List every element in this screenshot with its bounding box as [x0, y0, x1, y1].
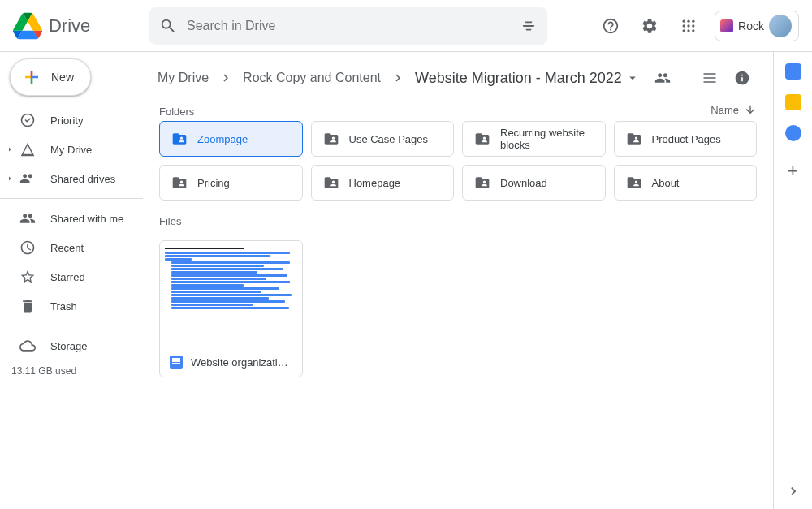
- folder-shared-icon: [171, 175, 188, 191]
- collapse-rail-button[interactable]: [785, 483, 801, 499]
- sidebar-item-recent[interactable]: Recent: [0, 233, 143, 262]
- search-bar[interactable]: [149, 7, 547, 45]
- breadcrumb-item[interactable]: My Drive: [153, 67, 214, 88]
- cloud-icon: [19, 338, 36, 354]
- folder-name: Download: [500, 177, 547, 189]
- folder-shared-icon: [323, 175, 339, 191]
- sidebar-item-sharedwithme[interactable]: Shared with me: [0, 204, 143, 233]
- sidebar-item-starred[interactable]: Starred: [0, 262, 143, 291]
- brand-label: Drive: [49, 15, 90, 37]
- folder-shared-icon: [626, 131, 642, 147]
- folder-card[interactable]: Download: [462, 165, 606, 201]
- folder-name: Pricing: [197, 177, 230, 189]
- arrow-down-icon: [744, 103, 757, 116]
- plus-icon: [22, 67, 41, 87]
- folder-card[interactable]: About: [614, 165, 758, 201]
- svg-point-7: [687, 29, 689, 32]
- folder-card[interactable]: Recurring website blocks: [462, 121, 606, 157]
- folder-name: Recurring website blocks: [500, 127, 594, 151]
- new-button[interactable]: New: [10, 58, 91, 96]
- sidebar-item-priority[interactable]: Priority: [0, 106, 143, 135]
- help-button[interactable]: [594, 10, 627, 42]
- add-addon-button[interactable]: +: [788, 161, 798, 182]
- breadcrumb-item[interactable]: Rock Copy and Content: [238, 67, 386, 88]
- priority-icon: [19, 112, 36, 128]
- sort-label: Name: [710, 104, 739, 116]
- breadcrumb-current[interactable]: Website Migration - March 2022: [410, 67, 645, 90]
- file-card[interactable]: Website organization and as...: [159, 240, 303, 377]
- svg-point-1: [687, 19, 689, 22]
- trash-icon: [19, 298, 36, 314]
- files-grid: Website organization and as...: [143, 234, 773, 384]
- sidebar-item-label: Shared with me: [50, 213, 123, 225]
- sidebar-item-storage[interactable]: Storage: [0, 331, 143, 360]
- svg-point-0: [683, 19, 685, 22]
- chevron-right-icon: [391, 71, 405, 85]
- expand-icon: [5, 145, 15, 154]
- folder-name: Homepage: [349, 177, 401, 189]
- apps-icon: [680, 18, 697, 34]
- people-icon: [654, 70, 671, 86]
- section-files-label: Files: [143, 209, 773, 234]
- list-view-icon: [702, 70, 718, 86]
- svg-point-8: [692, 29, 694, 32]
- folder-card[interactable]: Zoompage: [159, 121, 303, 157]
- folder-card[interactable]: Product Pages: [614, 121, 758, 157]
- folder-card[interactable]: Homepage: [311, 165, 455, 201]
- sidebar-item-trash[interactable]: Trash: [0, 291, 143, 321]
- calendar-addon-icon[interactable]: [785, 63, 801, 80]
- sort-control[interactable]: Name: [143, 103, 773, 121]
- keep-addon-icon[interactable]: [785, 94, 801, 110]
- sidebar-item-label: Trash: [50, 300, 77, 313]
- sidebar-item-label: Shared drives: [50, 173, 115, 185]
- folder-card[interactable]: Pricing: [159, 165, 303, 201]
- folder-shared-icon: [474, 175, 490, 191]
- new-button-label: New: [51, 71, 74, 84]
- logo-area[interactable]: Drive: [13, 11, 143, 41]
- search-input[interactable]: [187, 19, 510, 33]
- sidebar-item-shareddrives[interactable]: Shared drives: [0, 164, 143, 193]
- avatar: [769, 15, 792, 37]
- share-button[interactable]: [650, 65, 676, 91]
- breadcrumb: My Drive Rock Copy and Content Website M…: [143, 52, 773, 99]
- folder-name: Zoompage: [197, 133, 248, 145]
- file-thumbnail: [160, 241, 302, 347]
- view-list-button[interactable]: [695, 63, 724, 93]
- file-name: Website organization and as...: [191, 356, 292, 369]
- expand-icon: [5, 174, 15, 183]
- shared-icon: [19, 210, 36, 226]
- account-name: Rock: [738, 19, 764, 32]
- shared-drives-icon: [19, 170, 36, 187]
- folder-shared-icon: [323, 131, 339, 147]
- folder-name: Product Pages: [652, 133, 721, 145]
- settings-button[interactable]: [633, 10, 666, 42]
- account-chip[interactable]: Rock: [715, 11, 799, 41]
- view-details-button[interactable]: [728, 63, 757, 93]
- sidebar-item-label: Storage: [50, 340, 88, 352]
- storage-used: 13.11 GB used: [0, 360, 143, 377]
- apps-button[interactable]: [672, 10, 705, 42]
- folder-shared-icon: [626, 175, 642, 191]
- folder-shared-icon: [171, 131, 188, 147]
- gdoc-icon: [170, 356, 183, 369]
- svg-point-2: [692, 19, 694, 22]
- tasks-addon-icon[interactable]: [785, 125, 801, 141]
- svg-point-4: [687, 24, 689, 27]
- mydrive-icon: [19, 141, 36, 157]
- chevron-right-icon: [785, 483, 801, 499]
- rock-app-icon: [720, 19, 733, 32]
- folder-name: About: [652, 177, 680, 189]
- search-options-icon[interactable]: [520, 17, 538, 35]
- recent-icon: [19, 239, 36, 256]
- folder-name: Use Case Pages: [349, 133, 429, 145]
- content-area: My Drive Rock Copy and Content Website M…: [143, 52, 773, 509]
- help-icon: [602, 17, 620, 35]
- sidebar-item-mydrive[interactable]: My Drive: [0, 135, 143, 164]
- folder-card[interactable]: Use Case Pages: [311, 121, 455, 157]
- sidebar-item-label: Recent: [50, 242, 84, 254]
- sidebar: New Priority My Drive Shared drives Shar…: [0, 52, 143, 509]
- info-icon: [734, 70, 750, 86]
- svg-point-6: [683, 29, 685, 32]
- sidebar-item-label: Priority: [50, 114, 83, 127]
- sidebar-item-label: My Drive: [50, 144, 92, 156]
